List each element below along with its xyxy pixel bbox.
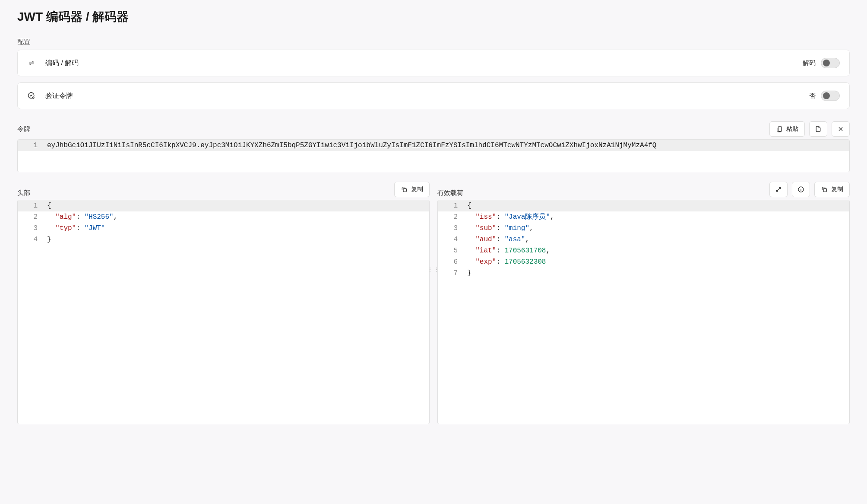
line-number: 6: [438, 256, 464, 268]
code-line[interactable]: "iat": 1705631708,: [464, 245, 849, 256]
verify-token-value: 否: [809, 92, 816, 100]
code-line[interactable]: }: [44, 234, 429, 245]
line-number: 3: [438, 223, 464, 234]
line-number: 2: [438, 211, 464, 223]
info-button[interactable]: [792, 182, 810, 197]
line-number: 1: [18, 140, 44, 151]
code-line[interactable]: {: [464, 200, 849, 211]
code-line[interactable]: "alg": "HS256",: [44, 211, 429, 223]
paste-button-label: 粘贴: [786, 125, 798, 133]
payload-copy-button[interactable]: 复制: [814, 182, 850, 197]
info-icon: [797, 186, 804, 193]
line-number: 5: [438, 245, 464, 256]
copy-icon: [821, 186, 828, 193]
encode-decode-value: 解码: [803, 59, 816, 67]
clear-button[interactable]: [832, 121, 850, 137]
open-file-button[interactable]: [809, 121, 827, 137]
paste-button[interactable]: 粘贴: [769, 121, 805, 137]
shield-check-icon: [27, 91, 36, 100]
header-copy-label: 复制: [411, 186, 423, 193]
code-line[interactable]: "sub": "ming",: [464, 223, 849, 234]
line-number: 1: [18, 200, 44, 211]
config-encode-decode-row: 编码 / 解码 解码: [17, 50, 850, 76]
line-number: 4: [438, 234, 464, 245]
line-number: 1: [438, 200, 464, 211]
token-editor[interactable]: 1 eyJhbGciOiJIUzI1NiIsInR5cCI6IkpXVCJ9.e…: [17, 139, 850, 172]
code-line[interactable]: "iss": "Java陈序员",: [464, 211, 849, 223]
header-section-label: 头部: [17, 189, 30, 197]
splitter-handle[interactable]: ⋮⋮: [427, 266, 440, 273]
line-number: 2: [18, 211, 44, 223]
svg-rect-2: [778, 127, 782, 132]
code-line[interactable]: "exp": 1705632308: [464, 256, 849, 268]
code-line[interactable]: "aud": "asa",: [464, 234, 849, 245]
expand-icon: [775, 186, 782, 193]
payload-section-label: 有效载荷: [437, 189, 463, 197]
line-number: 3: [18, 223, 44, 234]
verify-token-label: 验证令牌: [45, 91, 73, 101]
file-icon: [815, 125, 822, 133]
header-editor[interactable]: 1{2 "alg": "HS256",3 "typ": "JWT"4}: [17, 200, 430, 424]
token-section-label: 令牌: [17, 125, 30, 133]
encode-decode-toggle[interactable]: [821, 58, 840, 68]
clipboard-icon: [776, 126, 783, 132]
line-number: 4: [18, 234, 44, 245]
expand-button[interactable]: [769, 182, 788, 197]
config-verify-token-row: 验证令牌 否: [17, 82, 850, 109]
config-section-label: 配置: [17, 38, 850, 46]
svg-rect-3: [403, 189, 406, 192]
verify-token-toggle[interactable]: [821, 91, 840, 101]
payload-editor[interactable]: 1{2 "iss": "Java陈序员",3 "sub": "ming",4 "…: [437, 200, 850, 424]
code-line[interactable]: "typ": "JWT": [44, 223, 429, 234]
payload-copy-label: 复制: [831, 186, 843, 193]
code-line[interactable]: {: [44, 200, 429, 211]
token-value[interactable]: eyJhbGciOiJIUzI1NiIsInR5cCI6IkpXVCJ9.eyJ…: [44, 140, 849, 151]
code-line[interactable]: }: [464, 268, 849, 279]
line-number: 7: [438, 268, 464, 279]
svg-rect-5: [823, 189, 826, 192]
close-icon: [837, 126, 844, 132]
header-copy-button[interactable]: 复制: [394, 182, 430, 197]
page-title: JWT 编码器 / 解码器: [17, 9, 850, 25]
swap-icon: [27, 59, 36, 67]
copy-icon: [401, 186, 408, 193]
encode-decode-label: 编码 / 解码: [45, 59, 79, 68]
